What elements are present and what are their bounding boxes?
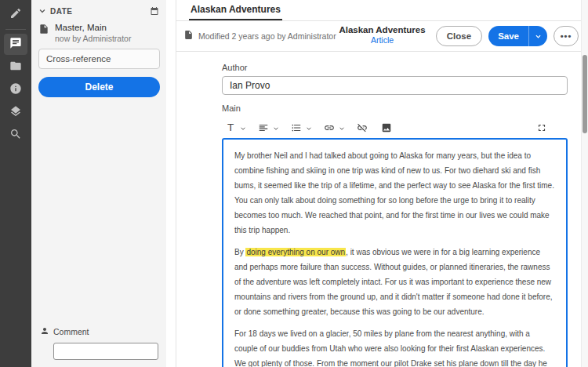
panel-header: DATE bbox=[31, 0, 166, 19]
modified-status: Modified 2 years ago by Administrator bbox=[198, 31, 336, 41]
main-field-group: Main T bbox=[222, 104, 568, 367]
layers-icon bbox=[9, 105, 22, 121]
unlink-button[interactable] bbox=[355, 120, 369, 136]
align-left-icon bbox=[256, 120, 270, 136]
paragraph: For 18 days we lived on a glacier, 50 mi… bbox=[234, 326, 555, 367]
annotation-type-field: Cross-reference bbox=[38, 49, 160, 69]
search-icon bbox=[9, 128, 22, 144]
version-list-item[interactable]: Master, Main now by Administrator bbox=[31, 19, 166, 48]
chevron-down-icon bbox=[535, 29, 542, 43]
main-content: Alaskan Adventures Modified 2 years ago … bbox=[176, 0, 588, 367]
more-actions-button[interactable]: ••• bbox=[554, 26, 579, 46]
comment-label: Comment bbox=[53, 327, 89, 336]
panel-header-label: DATE bbox=[50, 7, 72, 16]
info-panel-button[interactable] bbox=[4, 79, 27, 100]
delete-button[interactable]: Delete bbox=[38, 77, 160, 97]
link-icon bbox=[322, 120, 336, 136]
save-dropdown-button[interactable] bbox=[529, 26, 547, 46]
chevron-down-icon bbox=[273, 121, 279, 135]
save-split-button: Save bbox=[488, 26, 547, 46]
layers-panel-button[interactable] bbox=[4, 102, 27, 123]
info-icon bbox=[9, 82, 22, 98]
fullscreen-button[interactable] bbox=[535, 120, 549, 136]
rich-text-editor[interactable]: My brother Neil and I had talked about g… bbox=[222, 138, 568, 367]
list-dropdown[interactable] bbox=[289, 120, 312, 136]
rich-text-toolbar: T bbox=[222, 117, 568, 138]
author-input[interactable] bbox=[222, 76, 568, 95]
document-icon bbox=[183, 29, 194, 43]
rail-divider bbox=[5, 29, 26, 30]
comment-input[interactable] bbox=[53, 343, 158, 360]
chevron-down-icon bbox=[339, 121, 345, 135]
document-header: Modified 2 years ago by Administrator Al… bbox=[176, 21, 588, 52]
image-icon bbox=[379, 120, 394, 136]
comments-panel-button[interactable] bbox=[4, 34, 27, 55]
edit-icon bbox=[9, 7, 22, 23]
fullscreen-icon bbox=[535, 120, 549, 136]
author-field-group: Author bbox=[222, 63, 568, 95]
comment-section: Comment bbox=[31, 320, 166, 367]
chevron-down-icon bbox=[240, 121, 246, 135]
bullet-list-icon bbox=[289, 120, 303, 136]
insert-image-button[interactable] bbox=[379, 120, 394, 136]
assets-panel-button[interactable] bbox=[4, 56, 27, 78]
edit-mode-button[interactable] bbox=[4, 4, 27, 25]
tab-bar: Alaskan Adventures bbox=[176, 0, 588, 21]
version-title: Master, Main bbox=[55, 23, 131, 32]
text-style-dropdown[interactable]: T bbox=[223, 120, 246, 136]
main-label: Main bbox=[222, 104, 568, 113]
text-style-icon: T bbox=[223, 120, 238, 136]
folder-icon bbox=[9, 60, 22, 75]
document-icon bbox=[38, 23, 49, 38]
save-button[interactable]: Save bbox=[488, 26, 529, 46]
vertical-scrollbar[interactable] bbox=[581, 0, 588, 367]
paragraph: By doing everything on our own, it was o… bbox=[234, 245, 555, 319]
app-window: DATE Master, Main now by Administrator C… bbox=[0, 0, 588, 367]
paragraph: My brother Neil and I had talked about g… bbox=[234, 148, 555, 238]
annotations-panel: DATE Master, Main now by Administrator C… bbox=[31, 0, 166, 367]
author-label: Author bbox=[222, 63, 568, 72]
chevron-down-icon bbox=[306, 121, 312, 135]
sort-descending-icon[interactable] bbox=[38, 7, 46, 15]
scrollbar-thumb[interactable] bbox=[583, 55, 587, 133]
tab-alaskan-adventures[interactable]: Alaskan Adventures bbox=[189, 4, 282, 20]
find-panel-button[interactable] bbox=[4, 125, 27, 146]
close-button[interactable]: Close bbox=[436, 26, 482, 46]
user-icon bbox=[40, 325, 49, 339]
version-meta: now by Administrator bbox=[55, 34, 131, 43]
highlighted-text[interactable]: doing everything on our own bbox=[245, 248, 346, 256]
alignment-dropdown[interactable] bbox=[256, 120, 279, 136]
page-title: Alaskan Adventures bbox=[339, 25, 425, 35]
left-rail bbox=[0, 0, 31, 367]
unlink-icon bbox=[355, 120, 369, 136]
comment-icon bbox=[9, 37, 22, 53]
link-dropdown[interactable] bbox=[322, 120, 345, 136]
content-type-link[interactable]: Article bbox=[339, 35, 425, 45]
form-area: Author Main T bbox=[176, 52, 588, 367]
calendar-icon[interactable] bbox=[150, 6, 159, 16]
